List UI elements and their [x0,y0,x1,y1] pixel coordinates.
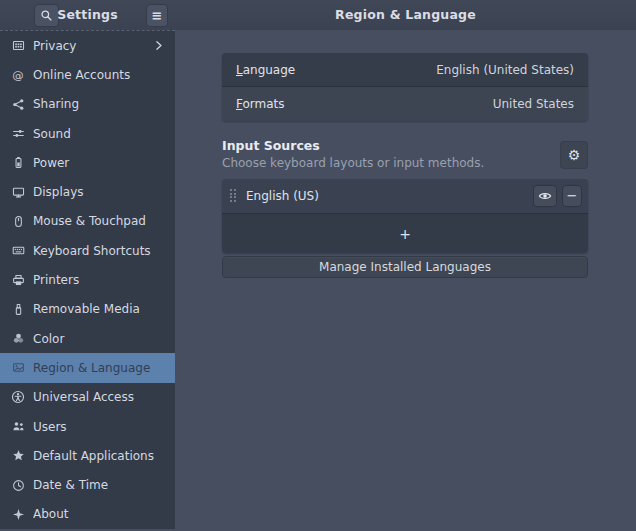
date-time-icon [10,477,26,493]
sidebar-item-removable-media[interactable]: Removable Media [0,295,175,324]
sidebar-item-label: Online Accounts [33,68,165,82]
page-title: Region & Language [175,0,636,29]
default-apps-icon [10,448,26,464]
sidebar-item-universal-access[interactable]: Universal Access [0,383,175,412]
preview-layout-button[interactable] [533,185,557,207]
minus-icon: − [567,189,578,202]
formats-row[interactable]: Formats United States [222,87,588,121]
region-language-card: Language English (United States) Formats… [222,53,588,121]
input-source-label: English (US) [246,189,533,203]
universal-access-icon [10,389,26,405]
sidebar-item-label: Mouse & Touchpad [33,214,165,228]
sidebar-item-sound[interactable]: Sound [0,119,175,148]
menu-button[interactable]: ≡ [146,4,168,27]
remove-source-button[interactable]: − [562,185,582,207]
sidebar-item-label: Sharing [33,97,165,111]
sound-icon [10,126,26,142]
sidebar-item-default-applications[interactable]: Default Applications [0,441,175,470]
sidebar-item-keyboard-shortcuts[interactable]: Keyboard Shortcuts [0,236,175,265]
sidebar-item-label: Privacy [33,39,152,53]
add-input-source-button[interactable]: + [222,214,588,253]
color-icon [10,331,26,347]
hamburger-menu-icon: ≡ [152,9,163,22]
language-value: English (United States) [436,63,574,77]
input-sources-list: English (US) − + [222,179,588,253]
formats-label: Formats [236,97,285,111]
online-accounts-icon: @ [10,67,26,83]
formats-value: United States [493,97,574,111]
sidebar-item-date-time[interactable]: Date & Time [0,470,175,499]
sidebar-item-privacy[interactable]: Privacy [0,31,175,60]
sidebar-item-displays[interactable]: Displays [0,177,175,206]
input-sources-title: Input Sources [222,138,588,153]
sidebar-item-online-accounts[interactable]: @Online Accounts [0,60,175,89]
sidebar-item-label: Sound [33,127,165,141]
manage-installed-languages-button[interactable]: Manage Installed Languages [222,256,588,278]
sidebar-item-label: Default Applications [33,449,165,463]
keyboard-icon [10,243,26,259]
displays-icon [10,184,26,200]
sidebar-item-region-language[interactable]: Region & Language [0,353,175,382]
chevron-right-icon [152,39,165,52]
mouse-icon [10,213,26,229]
removable-media-icon [10,301,26,317]
sidebar-item-label: Region & Language [33,361,165,375]
sidebar-item-mouse-touchpad[interactable]: Mouse & Touchpad [0,207,175,236]
language-label: Language [236,63,295,77]
sidebar-item-label: Keyboard Shortcuts [33,244,165,258]
input-source-row[interactable]: English (US) − [222,179,588,214]
sidebar-item-label: Color [33,332,165,346]
users-icon [10,419,26,435]
svg-text:@: @ [12,68,23,82]
region-language-icon [10,360,26,376]
sidebar-item-label: About [33,507,165,521]
sidebar-item-label: Displays [33,185,165,199]
sidebar-item-power[interactable]: Power [0,148,175,177]
input-sources-header: Input Sources Choose keyboard layouts or… [222,138,588,174]
sidebar-item-label: Printers [33,273,165,287]
sidebar-item-label: Users [33,420,165,434]
headerbar-main: Region & Language [175,0,636,30]
headerbar-left: Settings ≡ [0,0,175,30]
sidebar-item-color[interactable]: Color [0,324,175,353]
gear-icon: ⚙ [568,147,581,163]
eye-icon [538,189,552,203]
plus-icon: + [399,226,411,242]
sharing-icon [10,96,26,112]
input-sources-subtitle: Choose keyboard layouts or input methods… [222,156,588,170]
privacy-icon [10,38,26,54]
drag-handle-icon[interactable] [230,189,240,203]
headerbar: Settings ≡ Region & Language [0,0,636,31]
sidebar-item-printers[interactable]: Printers [0,265,175,294]
language-row[interactable]: Language English (United States) [222,53,588,87]
power-icon [10,155,26,171]
printer-icon [10,272,26,288]
settings-sidebar: Privacy@Online AccountsSharingSoundPower… [0,30,175,529]
sidebar-item-label: Date & Time [33,478,165,492]
input-sources-options-button[interactable]: ⚙ [560,141,588,169]
about-icon [10,506,26,522]
sidebar-item-label: Removable Media [33,302,165,316]
sidebar-item-about[interactable]: About [0,500,175,529]
main-panel: Language English (United States) Formats… [175,30,636,531]
settings-window: Settings ≡ Region & Language Privacy@Onl… [0,0,636,531]
sidebar-item-label: Universal Access [33,390,165,404]
sidebar-item-sharing[interactable]: Sharing [0,90,175,119]
sidebar-item-users[interactable]: Users [0,412,175,441]
sidebar-item-label: Power [33,156,165,170]
